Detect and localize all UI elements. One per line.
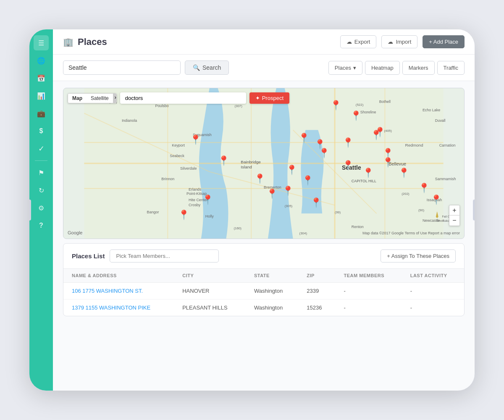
place-city-cell: HANOVER bbox=[174, 283, 246, 299]
map-pin-red-11[interactable]: 📍 bbox=[430, 194, 442, 205]
map-container[interactable]: Seattle Bellevue Redmond Shoreline Bothe… bbox=[63, 88, 465, 239]
export-button[interactable]: ☁ Export bbox=[340, 35, 377, 48]
place-team-cell: - bbox=[336, 283, 402, 299]
map-pin-blue-13[interactable]: 📍 bbox=[178, 210, 189, 220]
map-pin-red-7[interactable]: 📍 bbox=[374, 127, 386, 138]
svg-text:(99): (99) bbox=[335, 210, 341, 214]
map-pin-red-4[interactable]: 📍 bbox=[266, 189, 278, 200]
svg-text:Carnation: Carnation bbox=[439, 143, 456, 147]
place-name-cell[interactable]: 106 1775 WASHINGTON ST. bbox=[63, 283, 174, 299]
place-zip-cell: 15236 bbox=[298, 299, 335, 316]
places-list-header: Places List + Assign To These Places bbox=[63, 244, 464, 269]
places-dropdown-button[interactable]: Places ▾ bbox=[328, 61, 362, 75]
google-logo: Google bbox=[68, 230, 82, 235]
dollar-icon[interactable]: $ bbox=[34, 123, 49, 139]
place-activity-cell: - bbox=[402, 283, 464, 299]
assign-button[interactable]: + Assign To These Places bbox=[381, 249, 456, 262]
map-pin-blue-6[interactable]: 📍 bbox=[302, 175, 313, 186]
map-pin-red-10[interactable]: 📍 bbox=[418, 183, 430, 194]
checkmark-icon[interactable]: ✓ bbox=[34, 141, 49, 156]
sync-icon[interactable]: ↻ bbox=[34, 183, 49, 198]
heatmap-label: Heatmap bbox=[371, 65, 394, 71]
svg-text:(305): (305) bbox=[285, 204, 293, 208]
search-icon: 🔍 bbox=[193, 64, 200, 71]
add-place-button[interactable]: + Add Place bbox=[423, 35, 465, 48]
places-list-title: Places List bbox=[72, 252, 105, 260]
zoom-out-button[interactable]: − bbox=[449, 215, 459, 226]
map-type-satellite[interactable]: Satellite bbox=[87, 94, 113, 103]
search-button-label: Search bbox=[202, 64, 221, 71]
svg-text:Keyport: Keyport bbox=[172, 143, 185, 147]
map-attribution: Map data ©2017 Google Terms of Use Repor… bbox=[362, 231, 460, 235]
map-pin-red-6[interactable]: 📍 bbox=[342, 137, 354, 148]
svg-text:CAPITOL HILL: CAPITOL HILL bbox=[352, 179, 376, 183]
svg-text:(304): (304) bbox=[299, 231, 307, 235]
map-pin-blue-8[interactable]: 📍 bbox=[310, 197, 322, 208]
svg-text:Shoreline: Shoreline bbox=[360, 110, 376, 114]
svg-text:Duvall: Duvall bbox=[435, 118, 446, 123]
menu-icon[interactable]: ☰ bbox=[34, 35, 49, 50]
pick-team-input[interactable] bbox=[110, 249, 219, 262]
places-label: Places bbox=[335, 65, 351, 71]
place-activity-cell: - bbox=[402, 299, 464, 316]
map-pin-red-2[interactable]: 📍 bbox=[218, 155, 229, 166]
map-pin-red-3[interactable]: 📍 bbox=[254, 173, 265, 184]
svg-text:Brinnon: Brinnon bbox=[161, 177, 174, 181]
map-pin-blue-10[interactable]: 📍 bbox=[362, 168, 374, 178]
traffic-button[interactable]: Traffic bbox=[437, 61, 465, 75]
building-icon: 🏢 bbox=[63, 37, 74, 47]
page-header: 🏢 Places ☁ Export ☁ Import + Add Place bbox=[53, 29, 475, 55]
svg-text:Renton: Renton bbox=[352, 225, 364, 229]
svg-text:Echo Lake: Echo Lake bbox=[423, 108, 440, 112]
calendar-icon[interactable]: 📅 bbox=[34, 71, 49, 86]
page-title-text: Places bbox=[78, 37, 107, 47]
export-icon: ☁ bbox=[346, 39, 352, 45]
page-title: 🏢 Places bbox=[63, 37, 335, 47]
chart-icon[interactable]: 📊 bbox=[34, 88, 49, 103]
map-type-toggle[interactable]: › bbox=[113, 94, 116, 103]
place-name-cell[interactable]: 1379 1155 WASHINGTON PIKE bbox=[63, 299, 174, 316]
map-pin-blue-5[interactable]: 📍 bbox=[286, 165, 297, 176]
place-zip-cell: 2339 bbox=[298, 283, 335, 299]
map-search-input[interactable] bbox=[120, 92, 246, 104]
import-button[interactable]: ☁ Import bbox=[381, 35, 417, 48]
markers-button[interactable]: Markers bbox=[402, 61, 435, 75]
svg-text:Silverdale: Silverdale bbox=[180, 166, 197, 171]
svg-text:Bainbridge: Bainbridge bbox=[241, 160, 261, 164]
map-pin-blue-7[interactable]: 📍 bbox=[282, 186, 294, 197]
map-type-map[interactable]: Map bbox=[68, 94, 87, 103]
globe-icon[interactable]: 🌐 bbox=[34, 53, 49, 68]
heatmap-button[interactable]: Heatmap bbox=[365, 61, 400, 75]
place-state-cell: Washington bbox=[246, 283, 298, 299]
help-icon[interactable]: ? bbox=[34, 218, 49, 233]
search-button[interactable]: 🔍 Search bbox=[185, 60, 229, 75]
table-row: 106 1775 WASHINGTON ST. HANOVER Washingt… bbox=[63, 283, 464, 299]
map-pin-blue-12[interactable]: 📍 bbox=[202, 194, 213, 205]
svg-text:Island: Island bbox=[241, 165, 252, 169]
gear-icon[interactable]: ⚙ bbox=[34, 200, 49, 215]
prospect-button[interactable]: ✦ Prospect bbox=[249, 92, 289, 104]
map-pin-blue-2[interactable]: 📍 bbox=[350, 110, 362, 121]
map-pin-blue-1[interactable]: 📍 bbox=[330, 100, 341, 111]
svg-text:Crosby: Crosby bbox=[189, 203, 201, 207]
places-table: NAME & ADDRESS CITY STATE ZIP TEAM MEMBE… bbox=[63, 269, 464, 316]
map-pin-red-9[interactable]: 📍 bbox=[398, 168, 410, 178]
svg-text:Poulsbo: Poulsbo bbox=[155, 104, 168, 108]
svg-text:Holly: Holly bbox=[205, 214, 214, 218]
col-state: STATE bbox=[246, 269, 298, 283]
flag-icon[interactable]: ⚑ bbox=[34, 165, 49, 180]
map-pin-blue-3[interactable]: 📍 bbox=[298, 133, 310, 144]
add-place-label: + Add Place bbox=[429, 39, 458, 45]
svg-text:(90): (90) bbox=[418, 208, 424, 212]
map-pin-blue-9[interactable]: 📍 bbox=[342, 160, 354, 171]
map-pin-red-5[interactable]: 📍 bbox=[314, 139, 326, 150]
sidebar: ☰ 🌐 📅 📊 💼 $ ✓ ⚑ ↻ ⚙ ? bbox=[29, 29, 53, 391]
col-name-address: NAME & ADDRESS bbox=[63, 269, 174, 283]
map-pin-red-1[interactable]: 📍 bbox=[190, 134, 201, 145]
location-search-input[interactable] bbox=[63, 60, 181, 75]
zoom-in-button[interactable]: + bbox=[449, 205, 459, 215]
table-header-row: NAME & ADDRESS CITY STATE ZIP TEAM MEMBE… bbox=[63, 269, 464, 283]
map-pin-red-8[interactable]: 📍 bbox=[382, 157, 394, 168]
briefcase-icon[interactable]: 💼 bbox=[34, 106, 49, 121]
map-top-bar: Map Satellite › ✦ Prospect bbox=[68, 92, 460, 104]
